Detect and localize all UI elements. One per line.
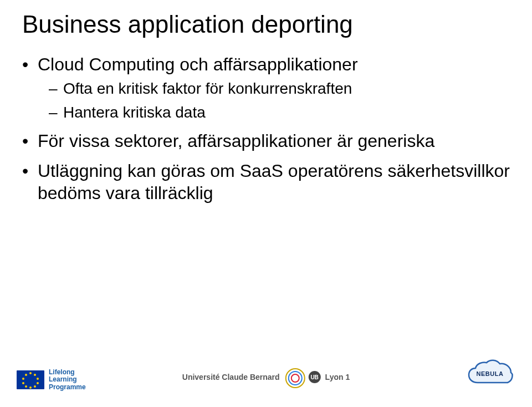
ucbl-swirl-icon <box>284 367 304 387</box>
bullet-item: Utläggning kan göras om SaaS operatörens… <box>22 160 510 204</box>
footer: Lifelong Learning Programme Université C… <box>0 353 532 397</box>
sub-bullet-item: Ofta en kritisk faktor för konkurrenskra… <box>49 79 510 98</box>
bullet-item: För vissa sektorer, affärsapplikationer … <box>22 130 510 152</box>
llp-line: Lifelong <box>49 369 86 377</box>
slide-title: Business application deporting <box>22 11 510 38</box>
bullet-text: För vissa sektorer, affärsapplikationer … <box>38 131 434 151</box>
lifelong-learning-text: Lifelong Learning Programme <box>49 369 86 391</box>
ucbl-badge-text: UB <box>310 374 318 380</box>
bullet-item: Cloud Computing och affärsapplikationer … <box>22 53 510 122</box>
nebula-logo: NEBULA <box>464 358 515 389</box>
bullet-list: Cloud Computing och affärsapplikationer … <box>22 53 510 204</box>
ucbl-text-right: Lyon 1 <box>325 373 350 381</box>
sub-bullet-list: Ofta en kritisk faktor för konkurrenskra… <box>49 79 510 122</box>
sub-bullet-text: Ofta en kritisk faktor för konkurrenskra… <box>63 80 352 97</box>
ucbl-badge-icon: UB <box>309 371 321 383</box>
eu-flag-icon <box>17 370 44 389</box>
ucbl-text-left: Université Claude Bernard <box>182 373 280 381</box>
sub-bullet-item: Hantera kritiska data <box>49 103 510 122</box>
lifelong-learning-logo: Lifelong Learning Programme <box>17 369 86 391</box>
sub-bullet-text: Hantera kritiska data <box>63 104 206 121</box>
ucbl-logo: Université Claude Bernard UB Lyon 1 <box>182 367 350 387</box>
cloud-icon: NEBULA <box>464 358 515 389</box>
llp-line: Learning <box>49 376 86 384</box>
bullet-text: Cloud Computing och affärsapplikationer <box>38 54 358 74</box>
nebula-text: NEBULA <box>477 370 504 377</box>
bullet-text: Utläggning kan göras om SaaS operatörens… <box>38 161 510 203</box>
llp-line: Programme <box>49 384 86 391</box>
slide: Business application deporting Cloud Com… <box>0 0 532 407</box>
